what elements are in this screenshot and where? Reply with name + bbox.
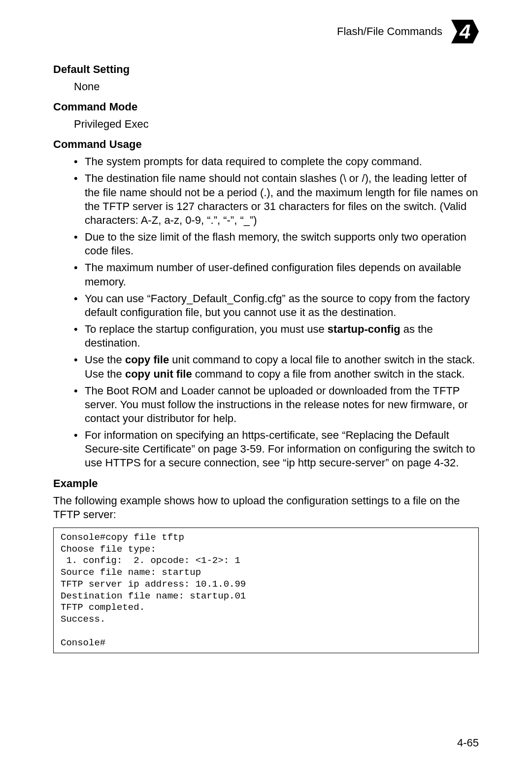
console-output: Console#copy file tftp Choose file type:… [53, 528, 479, 654]
page-header: Flash/File Commands 4 [53, 20, 479, 43]
list-item: To replace the startup configuration, yo… [74, 322, 479, 350]
list-item: You can use “Factory_Default_Config.cfg”… [74, 292, 479, 319]
command-usage-heading: Command Usage [53, 138, 479, 151]
list-item: The Boot ROM and Loader cannot be upload… [74, 384, 479, 425]
command-mode-body: Privileged Exec [74, 117, 479, 131]
page-number: 4-65 [457, 737, 479, 749]
list-item: Use the copy file unit command to copy a… [74, 353, 479, 381]
list-item: Due to the size limit of the flash memor… [74, 230, 479, 258]
header-title: Flash/File Commands [337, 25, 442, 38]
svg-text:4: 4 [459, 21, 470, 42]
chapter-number-icon: 4 [451, 20, 479, 43]
command-usage-list: The system prompts for data required to … [74, 155, 479, 470]
list-item: The system prompts for data required to … [74, 155, 479, 169]
example-intro: The following example shows how to uploa… [53, 494, 479, 522]
list-item: The destination file name should not con… [74, 172, 479, 227]
default-setting-heading: Default Setting [53, 63, 479, 76]
command-mode-heading: Command Mode [53, 101, 479, 113]
example-heading: Example [53, 477, 479, 490]
default-setting-body: None [74, 80, 479, 94]
list-item: For information on specifying an https-c… [74, 428, 479, 470]
list-item: The maximum number of user-defined confi… [74, 261, 479, 288]
